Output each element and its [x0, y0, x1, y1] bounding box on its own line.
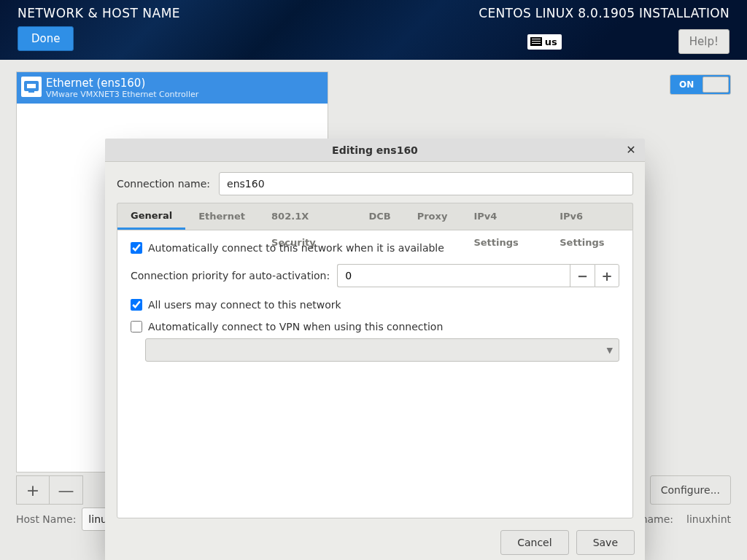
device-list-buttons: + — — [16, 475, 83, 505]
tab-ethernet[interactable]: Ethernet — [185, 203, 258, 230]
content-area: Ethernet (ens160) VMware VMXNET3 Etherne… — [0, 60, 747, 560]
ethernet-icon — [21, 77, 42, 97]
tab-dcb[interactable]: DCB — [355, 203, 403, 230]
current-hostname-value: linuxhint — [686, 513, 731, 525]
all-users-label: All users may connect to this network — [148, 299, 341, 311]
cancel-button[interactable]: Cancel — [500, 530, 568, 555]
toolbar-right: us Help! — [527, 29, 729, 54]
save-button[interactable]: Save — [576, 530, 635, 555]
priority-spinbox: − + — [337, 264, 619, 287]
svg-rect-2 — [28, 90, 34, 93]
priority-input[interactable] — [337, 264, 570, 287]
connection-toggle[interactable]: ON — [670, 74, 731, 95]
tab-ipv4-settings[interactable]: IPv4 Settings — [460, 203, 546, 230]
hostname-label: Host Name: — [16, 513, 76, 525]
svg-rect-1 — [27, 84, 36, 88]
connection-name-label: Connection name: — [117, 178, 210, 190]
connection-name-row: Connection name: — [117, 172, 633, 195]
tab-8021x-security[interactable]: 802.1X Security — [258, 203, 355, 230]
all-users-row: All users may connect to this network — [131, 299, 619, 311]
priority-row: Connection priority for auto-activation:… — [131, 264, 619, 287]
all-users-checkbox[interactable] — [131, 299, 142, 311]
keyboard-icon — [530, 37, 542, 46]
dialog-body: Connection name: General Ethernet 802.1X… — [105, 162, 645, 524]
dialog-footer: Cancel Save — [105, 524, 645, 560]
installer-subtitle: CENTOS LINUX 8.0.1905 INSTALLATION — [479, 6, 729, 20]
keyboard-layout-indicator[interactable]: us — [527, 34, 562, 50]
device-row-ens160[interactable]: Ethernet (ens160) VMware VMXNET3 Etherne… — [17, 72, 328, 104]
dialog-header: Editing ens160 ✕ — [105, 139, 645, 162]
tab-proxy[interactable]: Proxy — [404, 203, 461, 230]
remove-device-button[interactable]: — — [50, 475, 83, 505]
auto-connect-checkbox[interactable] — [131, 242, 142, 254]
edit-connection-dialog: Editing ens160 ✕ Connection name: Genera… — [105, 139, 645, 560]
done-button[interactable]: Done — [18, 26, 74, 51]
vpn-select[interactable]: ▼ — [145, 338, 619, 362]
dialog-title: Editing ens160 — [105, 144, 645, 156]
add-device-button[interactable]: + — [16, 475, 50, 505]
tab-ipv6-settings[interactable]: IPv6 Settings — [546, 203, 632, 230]
auto-vpn-checkbox[interactable] — [131, 321, 142, 332]
priority-label: Connection priority for auto-activation: — [131, 270, 330, 281]
tab-panel-general: Automatically connect to this network wh… — [117, 230, 633, 518]
tab-general[interactable]: General — [117, 203, 185, 230]
toggle-label: ON — [679, 79, 694, 90]
device-subtitle: VMware VMXNET3 Ethernet Controller — [46, 90, 322, 99]
auto-vpn-row: Automatically connect to VPN when using … — [131, 321, 619, 332]
device-title: Ethernet (ens160) — [46, 77, 322, 90]
auto-connect-row: Automatically connect to this network wh… — [131, 242, 619, 254]
chevron-down-icon: ▼ — [607, 346, 613, 355]
dialog-tabs: General Ethernet 802.1X Security DCB Pro… — [117, 203, 633, 230]
help-button[interactable]: Help! — [678, 29, 729, 54]
auto-vpn-label: Automatically connect to VPN when using … — [148, 321, 443, 332]
auto-connect-label: Automatically connect to this network wh… — [148, 242, 444, 254]
connection-name-input[interactable] — [219, 172, 633, 195]
dialog-close-button[interactable]: ✕ — [623, 141, 639, 158]
configure-button[interactable]: Configure... — [650, 475, 731, 505]
priority-decrease-button[interactable]: − — [570, 264, 595, 287]
keyboard-layout-label: us — [545, 36, 557, 47]
top-bar: NETWORK & HOST NAME CENTOS LINUX 8.0.190… — [0, 0, 747, 60]
priority-increase-button[interactable]: + — [595, 264, 619, 287]
toggle-knob — [703, 77, 729, 93]
